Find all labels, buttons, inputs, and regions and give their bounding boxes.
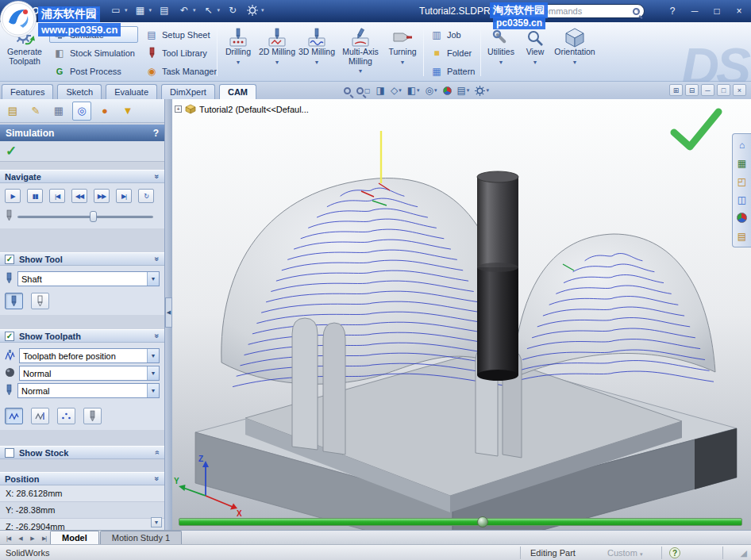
cam-feature-tree-tab[interactable]: ◎ [72,102,91,121]
options-icon[interactable] [245,3,260,17]
turning-button[interactable]: Turning ▼ [385,24,420,80]
collapse-chevron-icon[interactable]: » [153,477,162,481]
show-stock-section-header[interactable]: Show Stock » [0,446,164,459]
utilities-button[interactable]: Utilities ▼ [483,24,518,80]
file-explorer-icon[interactable]: ◰ [734,173,750,190]
slider-track[interactable] [17,216,153,218]
save-icon[interactable]: ▦ [133,3,148,17]
stock-simulation-button[interactable]: ◧ Stock Simulation [49,44,138,61]
3d-milling-dropdown-icon[interactable]: ▼ [314,58,320,67]
view-palette-icon[interactable]: ◫ [734,191,750,208]
help-icon[interactable]: ? [665,4,680,17]
window-cascade-icon[interactable]: ⊟ [685,84,699,96]
orientation-button[interactable]: Orientation ▼ [552,24,598,80]
close-button[interactable]: × [732,4,746,17]
doc-minimize-button[interactable]: ─ [701,84,714,96]
open-document-icon[interactable]: ▭ [109,3,123,17]
tool-shade-dropdown[interactable]: Normal ▼ [17,383,160,398]
motion-study-tab[interactable]: Motion Study 1 [100,531,182,544]
print-icon[interactable]: ▤ [157,3,171,17]
feature-manager-tab[interactable]: ▤ [3,102,22,121]
toolpath-points-button[interactable] [5,408,23,424]
toolpath-display-dropdown[interactable]: Toolpath before position ▼ [19,348,160,363]
2d-milling-button[interactable]: 2D Milling ▼ [258,24,296,80]
dropdown-arrow-icon[interactable]: ▼ [147,366,159,380]
tab-evaluate[interactable]: Evaluate [106,84,157,100]
panel-splitter[interactable]: ◀ [164,99,172,530]
feature-tree-root-label[interactable]: Tutorial2 (Default<<Defaul... [199,105,309,114]
step-forward-button[interactable]: ▶▶ [94,189,110,203]
open-dropdown-icon[interactable]: ▾ [125,7,128,13]
apply-scene-icon[interactable]: ▤▾ [457,85,470,96]
status-help-icon[interactable]: ? [669,547,680,558]
step-back-button[interactable]: ◀◀ [71,189,87,203]
dropdown-arrow-icon[interactable]: ▼ [147,272,159,286]
tool-display-wireframe-button[interactable] [31,293,49,309]
tab-sketch[interactable]: Sketch [57,84,102,100]
window-tile-icon[interactable]: ⊞ [669,84,683,96]
filter-tab[interactable]: ▼ [118,102,137,121]
orientation-dropdown-icon[interactable]: ▼ [572,58,578,67]
dropdown-arrow-icon[interactable]: ▼ [147,349,159,362]
hide-show-items-icon[interactable]: ◎▾ [426,85,437,96]
navigate-section-header[interactable]: Navigate » [0,170,164,183]
panel-collapse-arrow[interactable]: ◀ [165,297,172,328]
folder-button[interactable]: ■ Folder [426,44,479,61]
view-settings-icon[interactable]: ▾ [475,86,489,96]
model-tab[interactable]: Model [50,531,99,544]
tab-scroll-prev-button[interactable]: ◀ [14,533,26,544]
collapse-chevron-icon[interactable]: » [153,257,162,262]
multi-axis-milling-dropdown-icon[interactable]: ▼ [358,67,364,76]
show-stock-checkbox[interactable] [5,448,14,458]
pattern-button[interactable]: ▦ Pattern [426,63,479,79]
slider-thumb[interactable] [90,211,97,222]
view-dropdown-icon[interactable]: ▼ [533,58,538,67]
tab-features[interactable]: Features [2,84,53,100]
show-tool-section-header[interactable]: ✓ Show Tool » [0,252,164,266]
resources-icon[interactable]: ⌂ [734,136,750,153]
simulation-speed-slider[interactable] [17,210,156,223]
simulation-progress-bar[interactable] [179,518,742,526]
pause-button[interactable]: ▮▮ [27,189,43,203]
3d-model-scene[interactable]: Z X Y [172,99,751,530]
tab-scroll-next-button[interactable]: ▶ [26,533,38,544]
tab-dimxpert[interactable]: DimXpert [161,84,215,100]
property-manager-tab[interactable]: ✎ [26,102,45,121]
toolpath-nodes-button[interactable] [57,408,75,424]
view-button[interactable]: View ▼ [520,24,550,80]
search-icon[interactable] [633,8,640,15]
task-manager-button[interactable]: ◉ Task Manager [141,63,214,79]
rebuild-icon[interactable]: ↻ [225,3,240,17]
dropdown-arrow-icon[interactable]: ▼ [147,384,159,397]
tab-scroll-first-button[interactable]: |◀ [2,533,14,544]
progress-slider-knob[interactable] [477,516,488,527]
setup-sheet-button[interactable]: ▤ Setup Sheet [141,26,214,43]
show-tool-checkbox[interactable]: ✓ [5,255,14,264]
cutting-tool-cylinder[interactable] [477,171,518,381]
panel-help-icon[interactable]: ? [153,128,159,139]
panel-scroll-down-button[interactable]: ▼ [151,517,162,527]
toolpath-tool-button[interactable] [83,408,102,424]
cam-operation-tree-tab[interactable]: ● [95,102,114,121]
zoom-fit-icon[interactable] [344,87,351,94]
tool-display-shaded-button[interactable] [5,293,23,309]
job-button[interactable]: ▥ Job [426,26,479,43]
undo-dropdown-icon[interactable]: ▾ [193,7,196,13]
multi-axis-milling-button[interactable]: Multi-Axis Milling ▼ [337,24,383,80]
tool-type-dropdown[interactable]: Shaft ▼ [17,271,160,286]
tool-library-button[interactable]: Tool Library [141,44,214,61]
2d-milling-dropdown-icon[interactable]: ▼ [275,58,280,67]
design-library-icon[interactable]: ▦ [734,155,750,171]
tree-expand-icon[interactable]: + [175,105,182,113]
collapse-chevron-icon[interactable]: » [153,334,162,339]
show-toolpath-checkbox[interactable]: ✓ [5,332,14,341]
toolpath-shade-dropdown[interactable]: Normal ▼ [19,366,160,381]
toolpath-segments-button[interactable] [31,408,49,424]
edit-appearance-icon[interactable] [443,86,452,95]
undo-icon[interactable]: ↶ [177,3,191,17]
select-icon[interactable]: ↖ [202,3,216,17]
section-view-icon[interactable]: ◨ [376,85,385,96]
configuration-manager-tab[interactable]: ▦ [49,102,68,121]
turning-dropdown-icon[interactable]: ▼ [400,58,406,67]
tab-scroll-last-button[interactable]: ▶| [38,533,50,544]
